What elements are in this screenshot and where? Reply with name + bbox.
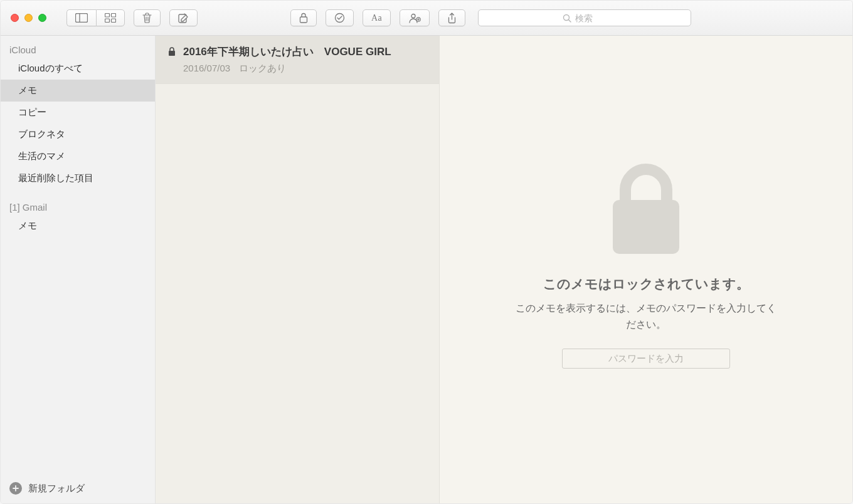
add-person-button[interactable] [400, 9, 430, 26]
sidebar: iCloud iCloudのすべて メモ コピー ブロクネタ 生活のマメ 最近削… [1, 36, 156, 503]
search-field[interactable] [478, 9, 691, 26]
sidebar-icon [75, 13, 88, 23]
svg-rect-13 [169, 51, 175, 56]
note-date: 2016/07/03 [183, 63, 230, 75]
search-icon [563, 14, 571, 23]
lock-icon [299, 13, 308, 23]
window-controls [11, 14, 46, 22]
note-status: ロックあり [239, 63, 286, 75]
svg-point-8 [336, 14, 344, 23]
note-list-item[interactable]: 2016年下半期しいたけ占い VOGUE GIRL 2016/07/03 ロック… [156, 36, 439, 84]
svg-rect-0 [76, 14, 88, 23]
svg-line-12 [569, 19, 571, 22]
add-person-icon [408, 13, 421, 23]
share-button[interactable] [438, 9, 465, 26]
svg-rect-5 [112, 19, 116, 23]
svg-point-9 [411, 14, 415, 18]
new-folder-label: 新規フォルダ [28, 483, 85, 495]
sidebar-item-blogneta[interactable]: ブロクネタ [1, 123, 155, 145]
note-title: 2016年下半期しいたけ占い VOGUE GIRL [183, 45, 391, 59]
grid-icon [105, 13, 116, 23]
search-input[interactable] [575, 13, 607, 23]
share-icon [447, 13, 457, 24]
checklist-button[interactable] [326, 9, 354, 26]
view-mode-group [66, 9, 125, 26]
plus-circle-icon [9, 482, 22, 495]
sidebar-item-copy[interactable]: コピー [1, 102, 155, 123]
lock-button[interactable] [290, 9, 317, 26]
svg-rect-3 [112, 14, 116, 18]
text-style-button[interactable]: Aa [363, 9, 391, 26]
text-style-icon: Aa [371, 13, 382, 23]
locked-heading: このメモはロックされています。 [543, 275, 750, 293]
toolbar: Aa [1, 1, 852, 36]
compose-button[interactable] [169, 9, 198, 26]
checklist-icon [334, 13, 345, 23]
window-fullscreen-button[interactable] [38, 14, 46, 22]
locked-subtext: このメモを表示するには、メモのパスワードを入力してください。 [511, 300, 781, 332]
delete-button[interactable] [134, 9, 161, 26]
main: iCloud iCloudのすべて メモ コピー ブロクネタ 生活のマメ 最近削… [1, 36, 852, 503]
trash-icon [142, 13, 152, 23]
lock-large-icon [605, 161, 687, 261]
lock-icon [168, 47, 176, 56]
svg-rect-14 [613, 200, 679, 254]
svg-rect-2 [105, 14, 110, 18]
window-minimize-button[interactable] [24, 14, 33, 22]
sidebar-toggle-button[interactable] [66, 9, 96, 26]
sidebar-item-mame[interactable]: 生活のマメ [1, 145, 155, 167]
note-list: 2016年下半期しいたけ占い VOGUE GIRL 2016/07/03 ロック… [156, 36, 440, 503]
sidebar-item-memo[interactable]: メモ [1, 80, 155, 102]
compose-icon [178, 13, 189, 23]
sidebar-section-header-gmail: [1] Gmail [1, 198, 155, 215]
enter-password-button[interactable]: パスワードを入力 [562, 349, 730, 369]
grid-view-button[interactable] [96, 9, 125, 26]
note-content: このメモはロックされています。 このメモを表示するには、メモのパスワードを入力し… [440, 36, 852, 503]
window-close-button[interactable] [11, 14, 19, 22]
sidebar-section-header-icloud: iCloud [1, 41, 155, 58]
new-folder-button[interactable]: 新規フォルダ [1, 475, 155, 503]
svg-rect-4 [105, 19, 110, 23]
sidebar-item-recently-deleted[interactable]: 最近削除した項目 [1, 167, 155, 189]
sidebar-item-icloud-all[interactable]: iCloudのすべて [1, 58, 155, 80]
sidebar-item-gmail-memo[interactable]: メモ [1, 215, 155, 237]
svg-rect-7 [300, 17, 307, 23]
